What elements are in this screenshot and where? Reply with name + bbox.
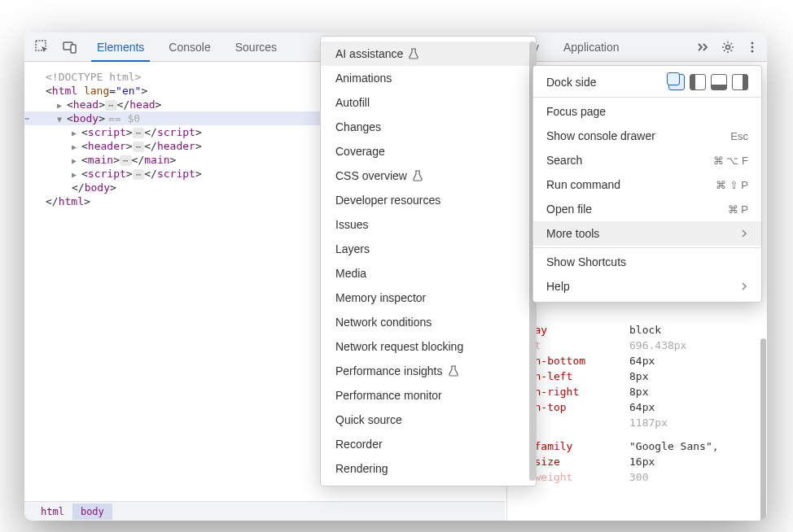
style-row[interactable]: ight696.438px	[515, 338, 767, 353]
submenu-item[interactable]: Layers	[321, 237, 536, 261]
style-row[interactable]: nt-family"Google Sans",	[515, 438, 767, 454]
tab-label: Application	[563, 41, 620, 54]
svg-point-5	[751, 46, 754, 48]
style-value: block	[629, 324, 661, 336]
submenu-item-label: Performance insights	[335, 364, 443, 377]
dock-side-label: Dock side	[546, 76, 596, 89]
kebab-menu-item[interactable]: Focus page	[533, 99, 761, 124]
style-row[interactable]: rgin-top64px	[515, 399, 767, 415]
style-value: 8px	[629, 370, 648, 382]
ellipsis-icon[interactable]: ⋯	[133, 142, 145, 152]
device-toolbar-icon[interactable]	[59, 36, 81, 59]
menu-divider	[533, 97, 761, 98]
expand-icon[interactable]	[57, 98, 65, 111]
submenu-item[interactable]: Animations	[321, 66, 536, 90]
scrollbar-thumb[interactable]	[760, 338, 766, 521]
ellipsis-icon[interactable]: ⋯	[133, 128, 145, 138]
kebab-menu: Dock side Focus pageShow console drawerE…	[532, 65, 762, 303]
kebab-item-label: Focus page	[546, 105, 606, 118]
kebab-menu-item[interactable]: More tools	[533, 221, 761, 246]
devtools-window: Elements Console Sources emory Applicati…	[24, 33, 767, 521]
settings-icon[interactable]	[716, 36, 739, 59]
ellipsis-icon[interactable]: ⋯	[105, 100, 117, 111]
tab-label: Elements	[97, 41, 144, 54]
kebab-menu-item[interactable]: Open file⌘ P	[533, 197, 761, 221]
tab-sources[interactable]: Sources	[223, 33, 289, 62]
submenu-item[interactable]: CSS overview	[321, 164, 536, 188]
kebab-menu-item[interactable]: Help	[533, 274, 761, 299]
kebab-item-label: More tools	[546, 227, 599, 240]
submenu-item-label: CSS overview	[335, 169, 407, 182]
expand-icon[interactable]	[72, 154, 80, 166]
dock-right-icon[interactable]	[732, 74, 748, 90]
style-row[interactable]: dth1187px	[515, 415, 767, 430]
style-value: 64px	[629, 355, 655, 367]
style-row[interactable]: rgin-right8px	[515, 384, 767, 399]
style-value: 696.438px	[629, 339, 686, 351]
svg-rect-2	[71, 45, 76, 53]
tab-application[interactable]: Application	[551, 33, 632, 62]
style-row[interactable]: nt-size16px	[515, 454, 767, 469]
submenu-item-label: Rendering	[335, 462, 388, 475]
crumb-body[interactable]: body	[72, 504, 112, 520]
kebab-item-label: Run command	[546, 178, 620, 191]
kebab-item-label: Search	[546, 154, 582, 167]
keyboard-shortcut: ⌘ P	[728, 203, 748, 216]
dock-bottom-icon[interactable]	[711, 74, 727, 90]
style-value: 64px	[629, 401, 655, 413]
submenu-item[interactable]: Quick source	[321, 408, 536, 432]
submenu-item[interactable]: Network request blocking	[321, 334, 536, 359]
kebab-item-label: Open file	[546, 203, 592, 216]
submenu-item[interactable]: Changes	[321, 115, 536, 139]
submenu-item-label: Media	[335, 267, 366, 280]
ellipsis-icon[interactable]: ⋯	[133, 169, 145, 180]
expand-icon[interactable]	[72, 140, 80, 152]
flask-icon	[412, 170, 423, 181]
submenu-item-label: Recorder	[335, 438, 383, 451]
submenu-item[interactable]: Issues	[321, 212, 536, 237]
dock-left-icon[interactable]	[690, 74, 706, 90]
expand-icon[interactable]	[72, 168, 80, 180]
submenu-item[interactable]: Media	[321, 261, 536, 286]
submenu-item-label: Autofill	[335, 96, 370, 109]
submenu-item-label: Coverage	[335, 145, 385, 158]
tab-console[interactable]: Console	[156, 33, 222, 62]
style-row[interactable]: rgin-left8px	[515, 368, 767, 384]
svg-point-4	[751, 41, 754, 44]
submenu-item[interactable]: Performance monitor	[321, 383, 536, 408]
inspect-icon[interactable]	[31, 36, 54, 59]
submenu-item[interactable]: Performance insights	[321, 359, 536, 383]
submenu-item[interactable]: Autofill	[321, 90, 536, 115]
kebab-menu-item[interactable]: Run command⌘ ⇧ P	[533, 172, 761, 197]
expand-icon[interactable]	[72, 126, 80, 138]
ellipsis-icon[interactable]: ⋯	[120, 155, 132, 166]
submenu-item[interactable]: Network conditions	[321, 310, 536, 334]
kebab-menu-icon[interactable]	[741, 36, 764, 59]
more-tabs-icon[interactable]	[692, 36, 715, 59]
submenu-item[interactable]: Developer resources	[321, 188, 536, 212]
style-row[interactable]: splayblock	[515, 322, 767, 338]
crumb-html[interactable]: html	[33, 504, 72, 520]
kebab-menu-item[interactable]: Show Shortcuts	[533, 250, 761, 274]
submenu-item[interactable]: AI assistance	[321, 41, 536, 66]
submenu-item[interactable]: Memory inspector	[321, 286, 536, 310]
style-row[interactable]: nt-weight300	[515, 469, 767, 485]
expand-icon[interactable]	[57, 112, 65, 124]
submenu-item[interactable]: Recorder	[321, 432, 536, 456]
submenu-item[interactable]: Rendering	[321, 456, 536, 481]
tab-elements[interactable]: Elements	[85, 33, 156, 62]
menu-divider	[533, 247, 761, 248]
tab-label: Console	[169, 41, 210, 54]
chevron-right-icon	[740, 229, 748, 238]
submenu-item[interactable]: Coverage	[321, 139, 536, 164]
chevron-right-icon	[740, 282, 748, 290]
kebab-menu-item[interactable]: Show console drawerEsc	[533, 124, 761, 148]
keyboard-shortcut: ⌘ ⌥ F	[713, 155, 748, 167]
kebab-menu-item[interactable]: Search⌘ ⌥ F	[533, 148, 761, 172]
submenu-item-label: AI assistance	[335, 47, 403, 60]
submenu-item-label: Developer resources	[335, 194, 440, 207]
kebab-item-label: Show console drawer	[546, 129, 655, 142]
submenu-item-label: Quick source	[335, 413, 402, 426]
style-row[interactable]: rgin-bottom64px	[515, 353, 767, 368]
dock-undock-icon[interactable]	[668, 74, 685, 90]
